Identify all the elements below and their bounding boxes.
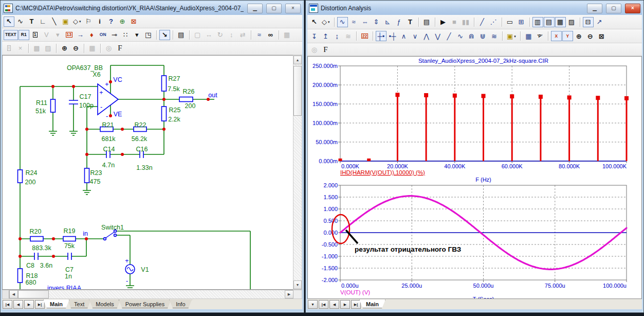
text-tool[interactable]: T — [405, 17, 416, 27]
pattern-vertical-icon[interactable]: ▥ — [532, 17, 543, 27]
tolerance-icon[interactable]: ▣▾ — [505, 31, 518, 41]
y-scale-icon[interactable]: Y — [562, 31, 573, 41]
tab-list-dropdown-button[interactable]: ▼ — [308, 300, 318, 309]
horizontal-scrollbar[interactable]: ◀ ▶ — [2, 290, 302, 299]
capacitor-C17[interactable] — [69, 100, 78, 104]
go-to-branch-icon[interactable]: 22 — [359, 31, 370, 41]
pin-left-cursor-icon[interactable]: ↧ — [309, 31, 320, 41]
text-layer-toggle[interactable]: TEXT — [4, 30, 18, 40]
data-points-mode-icon[interactable]: ⋰ — [488, 17, 499, 27]
scroll-left-button[interactable]: ◀ — [9, 290, 18, 299]
grid-icon[interactable]: ⊞ — [516, 17, 527, 27]
tab-power-supplies[interactable]: Power Supplies — [119, 300, 171, 308]
performance-tag-icon[interactable]: 'P' — [535, 31, 545, 41]
pane-splitter[interactable] — [3, 290, 9, 299]
tab-text[interactable]: Text — [67, 300, 91, 308]
cursor-mode-icon[interactable]: ∿ — [337, 17, 348, 27]
schematic-drawing[interactable]: OPA637_BBX6VCVE+-+-R1151kC17100pR277.5kR… — [3, 56, 293, 290]
capacitor-C7[interactable] — [68, 253, 71, 260]
error-report-icon[interactable]: ⊠ — [128, 16, 139, 27]
prev-tab-button[interactable]: ◀ — [13, 300, 23, 309]
flag-tool[interactable]: ⚐ — [83, 16, 94, 27]
properties-icon[interactable]: ▤ — [176, 30, 187, 40]
formula-icon[interactable]: F — [115, 43, 125, 54]
global-high-icon[interactable]: ⋒ — [466, 31, 477, 41]
pattern-dots-icon[interactable]: ▨ — [566, 17, 577, 27]
scroll-down-button[interactable]: ▼ — [293, 280, 302, 289]
zoom-in-icon[interactable]: ⊕ — [59, 43, 70, 54]
tab-main[interactable]: Main — [359, 300, 385, 308]
resistor-R23[interactable] — [85, 168, 89, 183]
tag-vertical-icon[interactable]: ⇕ — [371, 17, 382, 27]
help-mode-icon[interactable]: ? — [106, 16, 117, 27]
numeric-output-icon[interactable]: ▦ — [523, 31, 534, 41]
resistor-R18[interactable] — [18, 269, 23, 283]
prev-tab-button[interactable]: ◀ — [329, 300, 339, 309]
pattern-horizontal-icon[interactable]: ▤ — [544, 17, 555, 27]
attribute-text-toggle[interactable]: R1 — [19, 30, 29, 40]
first-tab-button[interactable]: |◀ — [3, 300, 12, 309]
next-tab-button[interactable]: ▶ — [340, 300, 350, 309]
zoom-out-icon[interactable]: ⊖ — [70, 43, 81, 54]
resistor-R20[interactable] — [30, 237, 43, 241]
resistor-R27[interactable] — [162, 76, 167, 91]
close-button[interactable]: × — [625, 4, 640, 13]
shapes-tool[interactable]: ◇▾ — [320, 17, 332, 27]
next-data-point-left-icon[interactable]: ┼• — [376, 31, 387, 41]
resistor-R19[interactable] — [63, 237, 76, 241]
first-tab-button[interactable]: |◀ — [319, 300, 328, 309]
x-scale-icon[interactable]: X — [551, 31, 562, 41]
properties-icon[interactable]: ▤ — [421, 17, 432, 27]
tab-main[interactable]: Main — [43, 300, 69, 308]
zoom-out-icon[interactable]: ⊖ — [585, 31, 596, 41]
info-tool[interactable]: i — [95, 16, 105, 27]
scroll-up-button[interactable]: ▲ — [293, 56, 302, 64]
find-icon[interactable]: ∞ — [265, 30, 276, 40]
zoom-in-icon[interactable]: ⊕ — [574, 31, 584, 41]
horizontal-scroll-thumb[interactable] — [18, 290, 49, 299]
ortho-wire-tool[interactable]: ∟ — [38, 16, 48, 27]
slope-icon[interactable]: ╱ — [444, 31, 454, 41]
high-icon[interactable]: ⋀ — [421, 31, 432, 41]
dropdown-icon[interactable]: ▾ — [132, 30, 142, 40]
text-tool[interactable]: T — [26, 16, 37, 27]
resistor-R24[interactable] — [18, 170, 23, 183]
resistor-R11[interactable] — [51, 99, 56, 112]
current-display-toggle[interactable]: → — [75, 30, 86, 40]
peak-icon[interactable]: ∧ — [398, 31, 409, 41]
low-icon[interactable]: ⋁ — [432, 31, 443, 41]
last-tab-button[interactable]: ▶| — [35, 300, 45, 309]
cursor-mode-icon[interactable]: ↘ — [159, 30, 170, 40]
tab-models[interactable]: Models — [89, 300, 120, 308]
pin-numbers-toggle[interactable]: 13 — [64, 30, 75, 40]
align-cursors-icon[interactable]: ≈ — [348, 17, 359, 27]
capacitor-C8[interactable] — [34, 253, 38, 260]
analysis-plots[interactable]: Stanley_AudioXpress_2004-07_2kHz-square.… — [308, 57, 641, 299]
wire-mode-icon[interactable]: ∿ — [15, 16, 26, 27]
vertical-scroll-thumb[interactable] — [293, 66, 302, 116]
web-page-icon[interactable]: ⊕ — [117, 16, 128, 27]
resistor-R25[interactable] — [162, 107, 167, 121]
vertical-scroll-track[interactable] — [293, 64, 302, 280]
plot-panel[interactable]: Stanley_AudioXpress_2004-07_2kHz-square.… — [307, 56, 642, 299]
maximize-button[interactable]: ▢ — [266, 4, 282, 13]
diagonal-line-tool[interactable]: ╲ — [49, 16, 60, 27]
tab-info[interactable]: Info — [169, 300, 192, 308]
left-titlebar[interactable]: C:\MC9\DATA\Petrov\switching distortion\… — [2, 2, 302, 15]
node-snap-toggle[interactable]: ⊸ — [109, 30, 120, 40]
zoom-region-icon[interactable]: ⊠ — [596, 31, 607, 41]
formula-icon[interactable]: F — [320, 44, 331, 55]
minimize-button[interactable]: ▁ — [587, 4, 602, 13]
scroll-right-button[interactable]: ▶ — [285, 290, 293, 299]
right-titlebar[interactable]: Distortion Analysis ▁ ▢ × — [307, 2, 642, 15]
pattern-grid-icon[interactable]: ▦ — [555, 17, 566, 27]
shapes-tool[interactable]: ◇▾ — [71, 16, 83, 27]
trend-cursor-icon[interactable]: ↗ — [594, 17, 605, 27]
power-display-toggle[interactable]: ♦ — [86, 30, 97, 40]
point-tag-icon[interactable]: ⊾ — [382, 17, 393, 27]
next-tab-button[interactable]: ▶ — [24, 300, 34, 309]
switch-pole[interactable] — [104, 238, 106, 240]
close-button[interactable]: × — [285, 4, 301, 13]
resistor-R26[interactable] — [179, 97, 193, 102]
pin-both-cursors-icon[interactable]: ↨ — [332, 31, 342, 41]
